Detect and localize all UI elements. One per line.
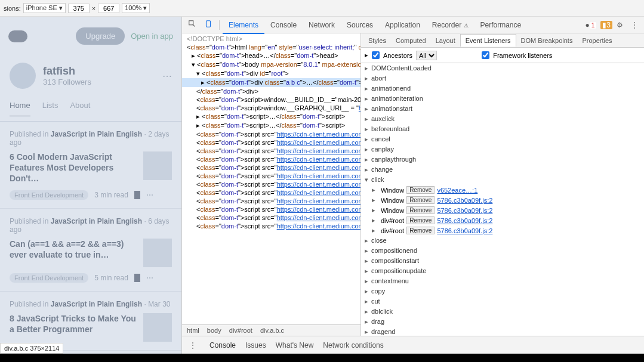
scope-select[interactable]: All [416, 51, 437, 60]
settings-icon[interactable]: ⚙ [613, 18, 627, 32]
event-listener-item[interactable]: ▸div#root Remove 5786.c3b0a09f.js:2 [361, 215, 644, 225]
devtools-tab-recorder[interactable]: Recorder ⚠ [426, 17, 474, 33]
side-tab-computed[interactable]: Computed [391, 35, 431, 47]
side-tab-styles[interactable]: Styles [363, 35, 391, 47]
drawer-console[interactable]: Console [209, 341, 236, 349]
chevron-down-icon[interactable]: ▸ [365, 51, 368, 59]
event-close[interactable]: ▸close [361, 236, 644, 246]
event-listener-item[interactable]: ▸Window Remove 5786.c3b0a09f.js:2 [361, 195, 644, 205]
framework-checkbox[interactable] [482, 51, 489, 59]
event-listener-item[interactable]: ▸Window Remove v652eace…:1 [361, 185, 644, 195]
event-cancel[interactable]: ▸cancel [361, 134, 644, 144]
event-auxclick[interactable]: ▸auxclick [361, 114, 644, 124]
event-drag[interactable]: ▸drag [361, 317, 644, 327]
dom-tree[interactable]: <!DOCTYPE html><class="dom-t">html lang=… [182, 33, 360, 324]
event-listener-item[interactable]: ▸Window Remove 5786.c3b0a09f.js:2 [361, 205, 644, 215]
drawer-menu-icon[interactable]: ⋮ [186, 339, 200, 352]
zoom-select[interactable]: 100% ▾ [122, 3, 150, 13]
remove-listener-button[interactable]: Remove [406, 216, 435, 224]
side-tab-event-listeners[interactable]: Event Listeners [460, 34, 516, 47]
event-listeners-filter: ▸ Ancestors All Framework listeners [361, 48, 644, 63]
devtools-tabs: ElementsConsoleNetworkSourcesApplication… [182, 17, 644, 33]
devtools-tab-performance[interactable]: Performance [474, 17, 528, 33]
event-dragend[interactable]: ▸dragend [361, 327, 644, 336]
device-mode-icon[interactable] [201, 17, 216, 32]
event-copy[interactable]: ▸copy [361, 286, 644, 296]
more-menu-icon[interactable]: ⋮ [627, 18, 642, 32]
devtools-tab-application[interactable]: Application [379, 17, 426, 33]
remove-listener-button[interactable]: Remove [406, 227, 435, 234]
remove-listener-button[interactable]: Remove [406, 196, 435, 204]
side-tab-dom-breakpoints[interactable]: DOM Breakpoints [516, 35, 578, 47]
side-tab-properties[interactable]: Properties [577, 35, 617, 47]
event-compositionupdate[interactable]: ▸compositionupdate [361, 266, 644, 276]
dom-tree-panel: <!DOCTYPE html><class="dom-t">html lang=… [182, 33, 361, 336]
devtools-tab-elements[interactable]: Elements [223, 17, 264, 34]
event-dblclick[interactable]: ▸dblclick [361, 307, 644, 317]
inspect-icon[interactable] [184, 17, 200, 32]
black-bar [0, 354, 644, 362]
selected-dom-node[interactable]: ▸ <class="dom-t">div class="a b c">…</cl… [182, 78, 360, 87]
ancestors-checkbox[interactable] [372, 51, 380, 59]
event-cut[interactable]: ▸cut [361, 296, 644, 307]
warnings-badge[interactable]: ▮3 [600, 21, 612, 29]
device-viewport: Upgrade Open in app fatfish 313 Follower… [0, 17, 181, 354]
devtools-tab-sources[interactable]: Sources [341, 17, 379, 33]
devtools-tab-network[interactable]: Network [303, 17, 341, 33]
side-tab-layout[interactable]: Layout [431, 35, 460, 47]
event-listeners-list[interactable]: ▸DOMContentLoaded▸abort▸animationend▸ani… [361, 63, 644, 336]
listener-source-link[interactable]: 5786.c3b0a09f.js:2 [437, 197, 492, 204]
devtools: ElementsConsoleNetworkSourcesApplication… [181, 17, 644, 354]
event-canplay[interactable]: ▸canplay [361, 144, 644, 154]
devtools-tab-console[interactable]: Console [264, 17, 303, 33]
dom-breadcrumbs[interactable]: html body div#root div.a.b.c [182, 324, 360, 336]
remove-listener-button[interactable]: Remove [406, 186, 435, 194]
event-compositionstart[interactable]: ▸compositionstart [361, 256, 644, 266]
listener-source-link[interactable]: 5786.c3b0a09f.js:2 [437, 227, 492, 234]
device-label: sions: [4, 5, 21, 12]
event-click[interactable]: ▾click [361, 175, 644, 185]
event-beforeunload[interactable]: ▸beforeunload [361, 124, 644, 134]
viewport-height-input[interactable] [98, 4, 119, 13]
drawer-issues[interactable]: Issues [245, 341, 266, 349]
device-select[interactable]: iPhone SE ▾ [23, 3, 66, 13]
drawer-network[interactable]: Network conditions [323, 341, 383, 349]
errors-badge[interactable]: ●1 [586, 21, 597, 29]
event-compositionend[interactable]: ▸compositionend [361, 246, 644, 256]
event-DOMContentLoaded[interactable]: ▸DOMContentLoaded [361, 63, 644, 73]
event-abort[interactable]: ▸abort [361, 73, 644, 83]
viewport-width-input[interactable] [68, 4, 90, 13]
hover-tooltip: div.a.b.c 375×2114 [0, 343, 63, 354]
svg-rect-1 [207, 21, 211, 27]
listener-source-link[interactable]: v652eace…:1 [437, 187, 477, 194]
drawer-tabs: ⋮ Console Issues What's New Network cond… [182, 336, 644, 354]
drawer-whatsnew[interactable]: What's New [276, 341, 314, 349]
event-change[interactable]: ▸change [361, 165, 644, 175]
event-listener-item[interactable]: ▸div#root Remove 5786.c3b0a09f.js:2 [361, 225, 644, 236]
remove-listener-button[interactable]: Remove [406, 206, 435, 214]
listener-source-link[interactable]: 5786.c3b0a09f.js:2 [437, 207, 492, 214]
side-tabs: StylesComputedLayoutEvent ListenersDOM B… [361, 33, 644, 48]
event-animationend[interactable]: ▸animationend [361, 83, 644, 94]
event-contextmenu[interactable]: ▸contextmenu [361, 276, 644, 286]
event-animationstart[interactable]: ▸animationstart [361, 104, 644, 114]
listener-source-link[interactable]: 5786.c3b0a09f.js:2 [437, 217, 492, 224]
event-canplaythrough[interactable]: ▸canplaythrough [361, 154, 644, 165]
device-toolbar: sions: iPhone SE ▾ × 100% ▾ [0, 0, 644, 17]
event-animationiteration[interactable]: ▸animationiteration [361, 94, 644, 104]
styles-sidebar: StylesComputedLayoutEvent ListenersDOM B… [361, 33, 644, 336]
